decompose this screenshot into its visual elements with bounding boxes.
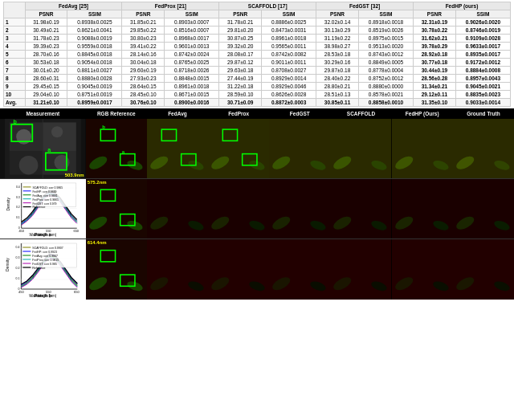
val-cell: 0.8848±0.0015 [165, 75, 219, 83]
val-cell: 0.8811±0.0027 [67, 67, 122, 75]
svg-text:650: 650 [73, 229, 79, 233]
fedgst-header: FedGST [32] [316, 2, 414, 10]
val-cell: 28.51±0.13 [316, 91, 359, 99]
val-cell: 32.31±0.19 [414, 18, 456, 27]
val-cell: 28.53±0.18 [316, 51, 359, 59]
val-cell: 0.9109±0.0028 [455, 35, 510, 43]
fedgst-503 [269, 119, 330, 178]
svg-text:0.3: 0.3 [15, 256, 19, 259]
scene-cell: 3 [4, 35, 26, 43]
ssim-h1: SSIM [67, 10, 122, 18]
svg-text:0.1: 0.1 [16, 216, 20, 219]
wavelength-503: 503.9nm [65, 173, 84, 177]
val-cell: 0.8957±0.0043 [455, 75, 510, 83]
val-cell: 0.8968±0.0017 [165, 35, 219, 43]
avg-val-cell: 0.8872±0.0003 [262, 99, 316, 107]
table-row: 730.01±0.200.8811±0.002729.60±0.190.8718… [4, 67, 511, 75]
val-cell: 39.39±0.23 [25, 43, 67, 51]
val-cell: 0.8519±0.0026 [358, 27, 413, 35]
val-cell: 29.60±0.19 [122, 67, 165, 75]
val-cell: 0.8742±0.0024 [165, 51, 219, 59]
val-cell: 0.8903±0.0007 [165, 18, 219, 27]
val-cell: 0.8516±0.0007 [165, 27, 219, 35]
col-fedgst-label: FedGST [269, 108, 330, 119]
scene-cell: 2 [4, 27, 26, 35]
val-cell: 0.8473±0.0031 [262, 27, 316, 35]
fedavg-503 [147, 119, 208, 178]
val-cell: 39.78±0.29 [414, 43, 456, 51]
svg-text:Reference: Reference [33, 206, 46, 210]
val-cell: 29.12±0.11 [414, 91, 456, 99]
val-cell: 29.87±0.18 [316, 67, 359, 75]
table-row: 528.70±0.160.8845±0.001828.14±0.160.8742… [4, 51, 511, 59]
fedprox-614 [208, 239, 269, 300]
avg-scene-cell: Avg. [4, 99, 26, 107]
col-measurement-label: Measurement [0, 108, 86, 119]
image-row-614: Density Wavelength (nm) 450 550 650 0 0.… [0, 239, 514, 300]
val-cell: 30.77±0.18 [414, 59, 456, 67]
val-cell: 0.9045±0.0021 [455, 83, 510, 91]
val-cell: 0.8835±0.0023 [455, 91, 510, 99]
svg-text:FedProx: corr 0.9815: FedProx: corr 0.9815 [32, 259, 59, 262]
val-cell: 31.22±0.18 [219, 83, 262, 91]
rgb-ref-503: b a [86, 119, 147, 178]
val-cell: 0.9513±0.0020 [358, 43, 413, 51]
svg-text:Density: Density [6, 198, 10, 211]
val-cell: 28.56±0.28 [414, 75, 456, 83]
svg-text:FedAvg: corr 0.9847: FedAvg: corr 0.9847 [32, 255, 58, 258]
val-cell: 29.87±0.12 [219, 59, 262, 67]
image-row-575: Density Wavelength (nm) 450 550 650 0 0.… [0, 179, 514, 239]
val-cell: 31.78±0.21 [219, 18, 262, 27]
val-cell: 0.8880±0.0000 [358, 83, 413, 91]
val-cell: 0.9011±0.0011 [262, 59, 316, 67]
svg-text:Patch a: Patch a [35, 232, 52, 237]
svg-text:b: b [14, 119, 18, 125]
val-cell: 0.8845±0.0018 [67, 51, 122, 59]
fedhp-575 [392, 179, 453, 239]
val-cell: 0.8929±0.0014 [262, 75, 316, 83]
svg-text:0.1: 0.1 [15, 277, 19, 280]
val-cell: 0.8975±0.0015 [358, 35, 413, 43]
val-cell: 30.53±0.18 [25, 59, 67, 67]
val-cell: 31.98±0.19 [25, 18, 67, 27]
scene-header [4, 2, 26, 18]
avg-val-cell: 0.8959±0.0017 [67, 99, 122, 107]
val-cell: 30.87±0.25 [219, 35, 262, 43]
val-cell: 0.8671±0.0015 [165, 91, 219, 99]
val-cell: 30.44±0.19 [414, 67, 456, 75]
table-row: 439.39±0.230.9559±0.001839.41±0.220.9601… [4, 43, 511, 51]
val-cell: 0.9633±0.0017 [455, 43, 510, 51]
val-cell: 0.8743±0.0012 [358, 51, 413, 59]
val-cell: 0.9601±0.0013 [165, 43, 219, 51]
svg-text:SCAFFOLD: corr 0.9865: SCAFFOLD: corr 0.9865 [33, 186, 63, 190]
fedgst-575 [269, 179, 330, 239]
val-cell: 0.9172±0.0012 [455, 59, 510, 67]
main-container: FedAvg [25] FedProx [21] SCAFFOLD [17] F… [0, 0, 514, 420]
rgb-ref-614: 614.4nm [86, 239, 147, 300]
meas-cell-503: b a 503.9nm [0, 119, 86, 178]
val-cell: 0.9565±0.0011 [262, 43, 316, 51]
val-cell: 29.04±0.10 [25, 91, 67, 99]
val-cell: 0.9088±0.0019 [67, 35, 122, 43]
fedhp-614 [392, 239, 453, 300]
svg-text:FedAvg: corr 0.9881: FedAvg: corr 0.9881 [33, 194, 58, 198]
avg-row: Avg.31.21±0.100.8959±0.001730.76±0.100.8… [4, 99, 511, 107]
val-cell: 0.9026±0.0020 [455, 18, 510, 27]
val-cell: 28.70±0.16 [25, 51, 67, 59]
svg-text:FedHP: corr 0.9923: FedHP: corr 0.9923 [32, 251, 57, 254]
scaffold-503 [330, 119, 391, 178]
avg-val-cell: 30.76±0.10 [122, 99, 165, 107]
ssim-h3: SSIM [262, 10, 316, 18]
val-cell: 0.8880±0.0028 [67, 75, 122, 83]
rgb-ref-575: 575.2nm [86, 179, 147, 239]
val-cell: 0.9054±0.0018 [67, 59, 122, 67]
svg-text:0.4: 0.4 [16, 186, 20, 189]
val-cell: 39.32±0.20 [219, 43, 262, 51]
table-row: 230.49±0.210.8621±0.004129.85±0.220.8516… [4, 27, 511, 35]
gt-575 [453, 179, 514, 239]
val-cell: 0.8935±0.0017 [455, 51, 510, 59]
avg-val-cell: 0.8858±0.0010 [358, 99, 413, 107]
val-cell: 0.8578±0.0021 [358, 91, 413, 99]
val-cell: 29.45±0.15 [25, 83, 67, 91]
val-cell: 0.8742±0.0082 [262, 51, 316, 59]
